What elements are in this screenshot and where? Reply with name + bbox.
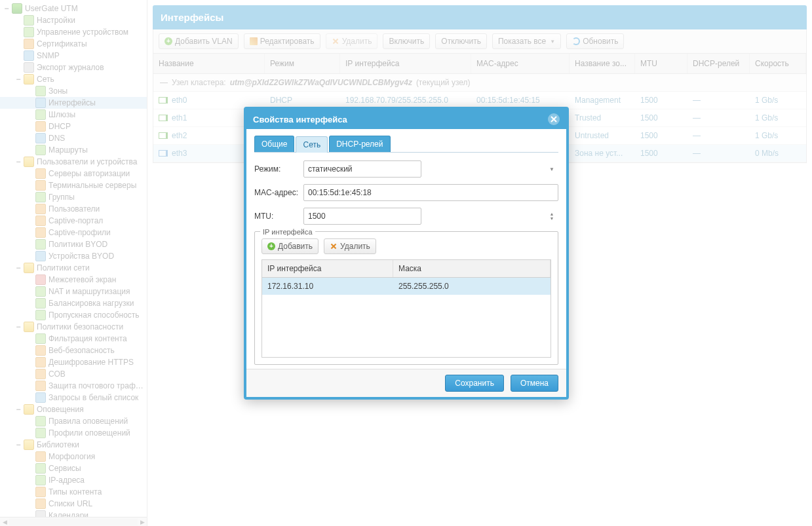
plus-icon bbox=[267, 242, 275, 250]
mode-select[interactable] bbox=[303, 160, 421, 178]
fieldset-legend: IP интерфейса bbox=[260, 228, 315, 236]
mac-input[interactable] bbox=[303, 184, 558, 201]
mask-cell: 255.255.255.0 bbox=[393, 278, 551, 295]
dialog-footer: Сохранить Отмена bbox=[246, 369, 566, 397]
tab-general[interactable]: Общие bbox=[254, 136, 294, 152]
delete-icon bbox=[330, 242, 338, 250]
dialog-body: Общие Сеть DHCP-релей Режим: ▼ MAC-адрес… bbox=[246, 129, 566, 369]
tabbar: Общие Сеть DHCP-релей bbox=[254, 136, 558, 153]
spinner-buttons[interactable]: ▲▼ bbox=[546, 208, 558, 224]
dialog-title: Свойства интерфейса bbox=[253, 115, 347, 124]
ip-cell: 172.16.31.10 bbox=[262, 278, 393, 295]
icol-mask[interactable]: Маска bbox=[393, 260, 551, 277]
fs-delete-button[interactable]: Удалить bbox=[324, 238, 376, 254]
ip-fieldset: IP интерфейса Добавить Удалить IP интерф… bbox=[254, 231, 558, 365]
mac-label: MAC-адрес: bbox=[254, 188, 303, 197]
dialog-header[interactable]: Свойства интерфейса bbox=[246, 109, 566, 129]
fs-del-label: Удалить bbox=[340, 242, 370, 251]
chevron-down-icon[interactable]: ▼ bbox=[546, 161, 558, 177]
ip-grid: IP интерфейса Маска 172.16.31.10 255.255… bbox=[261, 259, 551, 358]
tab-network[interactable]: Сеть bbox=[296, 136, 328, 153]
cancel-button[interactable]: Отмена bbox=[511, 375, 558, 392]
mtu-input[interactable] bbox=[303, 208, 421, 225]
icol-ip[interactable]: IP интерфейса bbox=[262, 260, 393, 277]
spinner-down-icon[interactable]: ▼ bbox=[550, 216, 554, 221]
mode-label: Режим: bbox=[254, 164, 303, 174]
tab-dhcp-relay[interactable]: DHCP-релей bbox=[329, 136, 390, 152]
close-button[interactable] bbox=[548, 113, 560, 125]
ip-row[interactable]: 172.16.31.10 255.255.255.0 bbox=[262, 278, 551, 295]
save-button[interactable]: Сохранить bbox=[445, 375, 504, 392]
close-icon bbox=[551, 116, 557, 122]
mtu-label: MTU: bbox=[254, 212, 303, 221]
fs-add-label: Добавить bbox=[278, 242, 313, 251]
spinner-up-icon[interactable]: ▲ bbox=[550, 212, 554, 216]
interface-properties-dialog: Свойства интерфейса Общие Сеть DHCP-реле… bbox=[244, 107, 569, 400]
fs-add-button[interactable]: Добавить bbox=[261, 238, 319, 254]
